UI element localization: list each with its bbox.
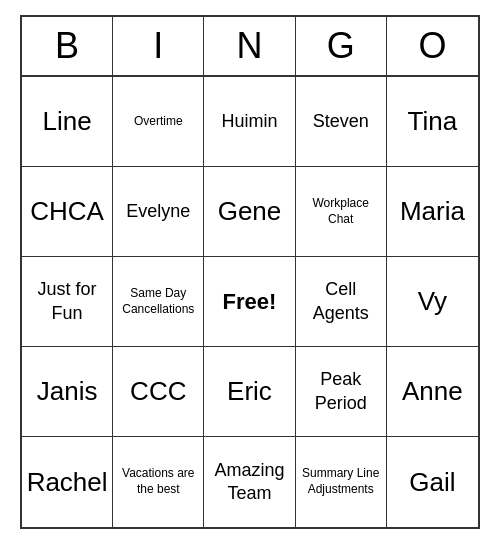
cell-text: Free!: [223, 289, 277, 315]
header-letter: I: [113, 17, 204, 75]
cell-text: Line: [43, 106, 92, 137]
bingo-cell: Same Day Cancellations: [113, 257, 204, 347]
cell-text: Maria: [400, 196, 465, 227]
bingo-cell: CHCA: [22, 167, 113, 257]
bingo-cell: Cell Agents: [296, 257, 387, 347]
bingo-cell: Vacations are the best: [113, 437, 204, 527]
bingo-cell: Overtime: [113, 77, 204, 167]
bingo-cell: Free!: [204, 257, 295, 347]
cell-text: Eric: [227, 376, 272, 407]
bingo-cell: Steven: [296, 77, 387, 167]
cell-text: Overtime: [134, 114, 183, 130]
bingo-cell: Vy: [387, 257, 478, 347]
bingo-cell: Gail: [387, 437, 478, 527]
cell-text: Tina: [408, 106, 458, 137]
bingo-header: BINGO: [22, 17, 478, 77]
cell-text: Gene: [218, 196, 282, 227]
cell-text: Workplace Chat: [300, 196, 382, 227]
bingo-cell: Amazing Team: [204, 437, 295, 527]
cell-text: Amazing Team: [208, 459, 290, 506]
bingo-cell: Rachel: [22, 437, 113, 527]
cell-text: Summary Line Adjustments: [300, 466, 382, 497]
bingo-cell: Peak Period: [296, 347, 387, 437]
bingo-cell: Line: [22, 77, 113, 167]
bingo-cell: Evelyne: [113, 167, 204, 257]
cell-text: CHCA: [30, 196, 104, 227]
bingo-card: BINGO LineOvertimeHuiminStevenTinaCHCAEv…: [20, 15, 480, 529]
bingo-cell: Huimin: [204, 77, 295, 167]
cell-text: Huimin: [221, 110, 277, 133]
cell-text: Anne: [402, 376, 463, 407]
bingo-cell: CCC: [113, 347, 204, 437]
header-letter: O: [387, 17, 478, 75]
cell-text: Cell Agents: [300, 278, 382, 325]
cell-text: Just for Fun: [26, 278, 108, 325]
header-letter: B: [22, 17, 113, 75]
cell-text: Vy: [418, 286, 447, 317]
cell-text: Same Day Cancellations: [117, 286, 199, 317]
bingo-cell: Janis: [22, 347, 113, 437]
bingo-cell: Eric: [204, 347, 295, 437]
header-letter: G: [296, 17, 387, 75]
bingo-cell: Just for Fun: [22, 257, 113, 347]
cell-text: Gail: [409, 467, 455, 498]
bingo-cell: Tina: [387, 77, 478, 167]
cell-text: Rachel: [27, 467, 108, 498]
cell-text: Vacations are the best: [117, 466, 199, 497]
header-letter: N: [204, 17, 295, 75]
bingo-cell: Anne: [387, 347, 478, 437]
bingo-cell: Workplace Chat: [296, 167, 387, 257]
cell-text: Evelyne: [126, 200, 190, 223]
bingo-cell: Summary Line Adjustments: [296, 437, 387, 527]
cell-text: Peak Period: [300, 368, 382, 415]
cell-text: CCC: [130, 376, 186, 407]
bingo-cell: Maria: [387, 167, 478, 257]
cell-text: Janis: [37, 376, 98, 407]
cell-text: Steven: [313, 110, 369, 133]
bingo-cell: Gene: [204, 167, 295, 257]
bingo-grid: LineOvertimeHuiminStevenTinaCHCAEvelyneG…: [22, 77, 478, 527]
